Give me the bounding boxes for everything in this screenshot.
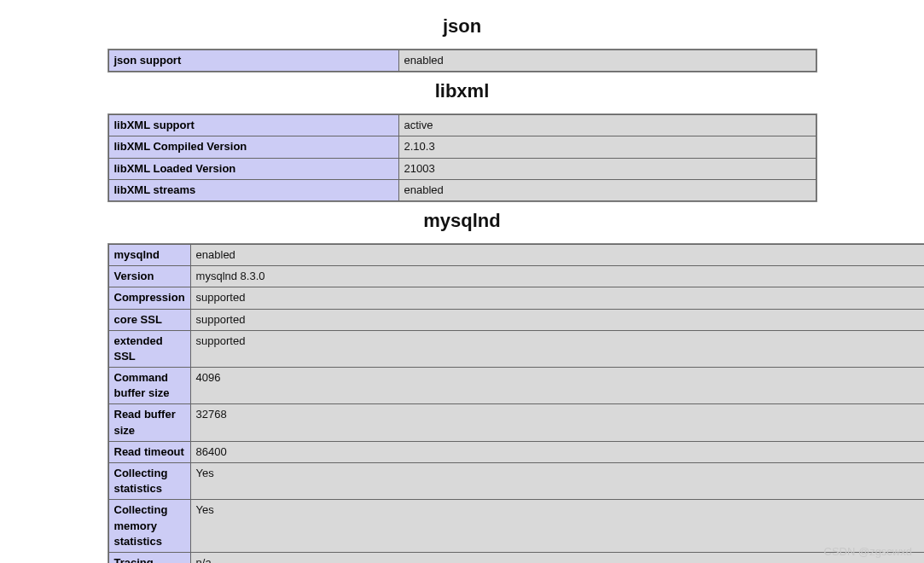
section-title-mysqlnd: mysqlnd [108,210,816,232]
config-value: n/a [190,552,924,563]
libxml-table: libXML support active libXML Compiled Ve… [108,114,816,201]
mysqlnd-table: mysqlnd enabled Version mysqlnd 8.3.0 Co… [108,244,925,563]
config-value: active [398,115,816,136]
json-table: json support enabled [108,49,816,72]
config-key: libXML support [108,115,398,136]
config-value: supported [190,309,924,330]
config-key: libXML Compiled Version [108,136,398,158]
config-value: 21003 [398,158,816,179]
config-value: 4096 [190,368,924,404]
config-value: Yes [190,463,924,500]
table-row: json support enabled [108,50,816,72]
config-value: enabled [398,50,816,72]
config-key: mysqlnd [108,244,190,265]
config-key: json support [108,50,398,72]
config-key: Compression [108,287,190,309]
table-row: libXML support active [108,115,816,136]
config-value: enabled [190,244,924,265]
table-row: Compression supported [108,287,924,309]
table-row: Command buffer size 4096 [108,368,924,404]
table-row: Read timeout 86400 [108,441,924,462]
config-value: 2.10.3 [398,136,816,158]
config-key: Collecting statistics [108,463,190,500]
config-key: Collecting memory statistics [108,500,190,553]
config-key: Read timeout [108,441,190,462]
table-row: extended SSL supported [108,330,924,367]
config-key: libXML streams [108,179,398,200]
config-value: enabled [398,179,816,200]
config-value: supported [190,330,924,367]
config-value: mysqlnd 8.3.0 [190,266,924,287]
config-key: core SSL [108,309,190,330]
config-key: Version [108,266,190,287]
config-key: extended SSL [108,330,190,367]
config-key: Tracing [108,552,190,563]
section-title-libxml: libxml [108,80,816,102]
table-row: core SSL supported [108,309,924,330]
config-key: Command buffer size [108,368,190,404]
config-value: 32768 [190,404,924,441]
config-value: 86400 [190,441,924,462]
table-row: libXML Compiled Version 2.10.3 [108,136,816,158]
config-key: libXML Loaded Version [108,158,398,179]
table-row: mysqlnd enabled [108,244,924,265]
table-row: Collecting memory statistics Yes [108,500,924,553]
table-row: Tracing n/a [108,552,924,563]
config-value: Yes [190,500,924,553]
table-row: Read buffer size 32768 [108,404,924,441]
table-row: libXML Loaded Version 21003 [108,158,816,179]
config-value: supported [190,287,924,309]
table-row: libXML streams enabled [108,179,816,200]
section-title-json: json [108,15,816,38]
table-row: Collecting statistics Yes [108,463,924,500]
config-key: Read buffer size [108,404,190,441]
table-row: Version mysqlnd 8.3.0 [108,266,924,287]
